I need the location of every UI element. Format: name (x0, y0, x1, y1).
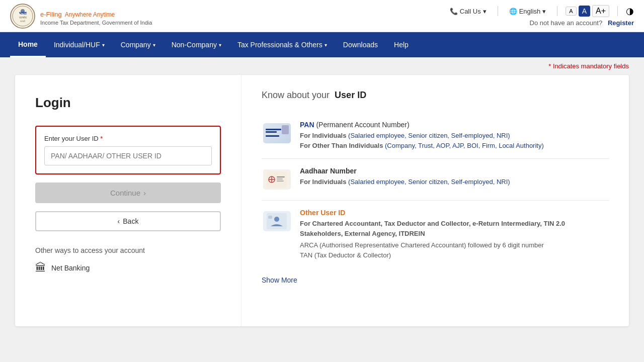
aadhaar-for-individuals: For Individuals (Salaried employee, Seni… (300, 177, 609, 187)
continue-label: Continue (110, 189, 140, 197)
nav-item-home[interactable]: Home (10, 32, 46, 57)
aadhaar-individuals-label: For Individuals (300, 178, 346, 186)
required-asterisk: * (100, 135, 103, 142)
pan-icon-wrap (262, 121, 292, 146)
other-id-icon-wrap (262, 209, 292, 234)
other-id-heading-label: Other User ID (300, 209, 345, 217)
nav-item-taxprof[interactable]: Tax Professionals & Others ▾ (229, 32, 335, 57)
know-title-highlight: User ID (335, 90, 366, 100)
pan-for-individuals: For Individuals (Salaried employee, Seni… (300, 131, 609, 141)
show-more-link[interactable]: Show More (262, 276, 297, 284)
contrast-button[interactable]: ◑ (626, 6, 634, 17)
mandatory-note: * Indicates mandatory fields (0, 57, 644, 75)
nav-item-noncompany[interactable]: Non-Company ▾ (164, 32, 229, 57)
nav-help-label: Help (394, 41, 409, 49)
pan-line1 (266, 129, 282, 130)
aadhaar-icon-wrap (262, 167, 292, 192)
pan-heading-full: (Permanent Account Number) (316, 121, 409, 129)
other-ways-title: Other ways to access your account (35, 246, 221, 254)
other-id-line1-text: For Chartered Accountant, Tax Deductor a… (300, 220, 565, 237)
aadhaar-individuals-text: (Salaried employee, Senior citizen, Self… (348, 178, 510, 186)
back-label: Back (123, 217, 138, 225)
globe-icon: 🌐 (509, 8, 517, 15)
nav-item-downloads[interactable]: Downloads (335, 32, 386, 57)
pan-for-others: For Other Than Individuals (Company, Tru… (300, 141, 609, 151)
language-label: English (519, 8, 541, 15)
other-id-arca-text: ARCA (Authorised Representative Chartere… (300, 241, 544, 249)
pan-line2 (266, 131, 277, 133)
call-dropdown-icon: ▾ (483, 8, 487, 15)
efiling-brand: e-Filing (40, 11, 62, 18)
font-controls: A A A+ (566, 5, 609, 17)
nav-item-help[interactable]: Help (386, 32, 417, 57)
nav-item-individual[interactable]: Individual/HUF ▾ (46, 32, 113, 57)
logo-tagline: Anywhere Anytime (65, 11, 115, 18)
pan-info-item: PAN (Permanent Account Number) For Indiv… (262, 113, 609, 159)
pan-individuals-text: (Salaried employee, Senior citizen, Self… (348, 132, 510, 139)
logo-subtitle: Income Tax Department, Government of Ind… (40, 20, 152, 26)
aadhaar-heading-label: Aadhaar Number (300, 167, 357, 175)
pan-line3 (266, 135, 279, 137)
pan-others-label: For Other Than Individuals (300, 142, 383, 149)
register-link[interactable]: Register (608, 19, 634, 27)
other-id-svg (267, 213, 287, 229)
phone-icon: 📞 (450, 8, 458, 15)
other-id-tan-text: TAN (Tax Deductor & Collector) (300, 251, 391, 259)
individual-arrow-icon: ▾ (102, 42, 105, 48)
top-right-icons: 📞 Call Us ▾ 🌐 English ▾ A A A+ ◑ (447, 5, 634, 17)
login-title: Login (35, 95, 221, 111)
top-right: 📞 Call Us ▾ 🌐 English ▾ A A A+ ◑ Do not … (447, 5, 634, 27)
navbar: Home Individual/HUF ▾ Company ▾ Non-Comp… (0, 32, 644, 57)
lang-dropdown-icon: ▾ (542, 8, 546, 15)
font-small-button[interactable]: A (566, 7, 576, 16)
logo-area: भारत सत्यमेव जयते e-Filing Anywhere Anyt… (10, 4, 152, 29)
svg-point-5 (21, 9, 25, 13)
nav-taxprof-label: Tax Professionals & Others (237, 41, 323, 49)
other-ways-section: Other ways to access your account 🏛 Net … (35, 246, 221, 275)
user-id-field-label: Enter your User ID * (44, 135, 212, 142)
nav-downloads-label: Downloads (343, 41, 378, 49)
back-button[interactable]: ‹ Back (35, 211, 221, 231)
divider3 (617, 6, 618, 16)
language-button[interactable]: 🌐 English ▾ (506, 7, 549, 16)
back-chevron-icon: ‹ (118, 217, 120, 225)
no-account-text: Do not have an account? (530, 19, 603, 27)
pan-heading-label: PAN (300, 121, 314, 129)
font-large-button[interactable]: A+ (592, 5, 609, 17)
divider2 (557, 6, 557, 16)
top-right-links: Do not have an account? Register (530, 19, 634, 27)
net-banking-label: Net Banking (51, 264, 90, 272)
user-id-input[interactable] (44, 146, 212, 165)
bank-icon: 🏛 (35, 261, 46, 275)
right-panel: Know about your User ID PAN (Permanent A… (242, 75, 629, 326)
aadhaar-heading: Aadhaar Number (300, 167, 609, 175)
taxprof-arrow-icon: ▾ (325, 42, 327, 48)
pan-heading: PAN (Permanent Account Number) (300, 121, 609, 129)
other-id-info-item: Other User ID For Chartered Accountant, … (262, 201, 609, 268)
logo-efiling: e-Filing Anywhere Anytime (40, 7, 152, 20)
call-us-button[interactable]: 📞 Call Us ▾ (447, 7, 490, 16)
font-medium-button[interactable]: A (579, 6, 590, 17)
emblem-icon: भारत सत्यमेव जयते (10, 4, 35, 29)
other-id-line3: TAN (Tax Deductor & Collector) (300, 250, 609, 260)
pan-others-text: (Company, Trust, AOP, AJP, BOI, Firm, Lo… (385, 142, 544, 149)
nav-individual-label: Individual/HUF (54, 41, 100, 49)
svg-text:सत्यमेव: सत्यमेव (19, 16, 27, 19)
other-id-card-icon (263, 211, 291, 231)
net-banking-item[interactable]: 🏛 Net Banking (35, 261, 221, 275)
continue-arrow-icon: › (143, 189, 146, 197)
nav-noncompany-label: Non-Company (172, 41, 217, 49)
svg-text:जयते: जयते (20, 20, 25, 23)
pan-individuals-label: For Individuals (300, 132, 346, 139)
logo-text: e-Filing Anywhere Anytime Income Tax Dep… (40, 7, 152, 26)
aadhaar-info-content: Aadhaar Number For Individuals (Salaried… (300, 167, 609, 192)
left-panel: Login Enter your User ID * Continue › ‹ … (15, 75, 242, 326)
nav-item-company[interactable]: Company ▾ (113, 32, 164, 57)
user-id-box: Enter your User ID * (35, 126, 221, 174)
continue-button[interactable]: Continue › (35, 183, 221, 203)
pan-photo (282, 125, 289, 134)
other-id-line2: ARCA (Authorised Representative Chartere… (300, 240, 609, 250)
other-id-heading: Other User ID (300, 209, 609, 217)
know-title: Know about your User ID (262, 90, 609, 101)
pan-card-icon (263, 123, 291, 143)
